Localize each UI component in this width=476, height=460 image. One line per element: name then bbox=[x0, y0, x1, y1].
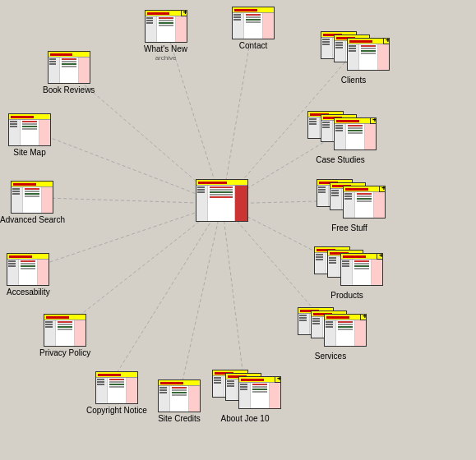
node-label-privacy-policy: Privacy Policy bbox=[39, 348, 90, 358]
site-map-canvas: +What's Newarchive Contact bbox=[0, 0, 476, 460]
node-label-site-map: Site Map bbox=[13, 148, 45, 158]
node-label-contact: Contact bbox=[239, 41, 267, 51]
node-advanced-search[interactable]: Advanced Search bbox=[0, 181, 65, 225]
node-free-stuff[interactable]: +Free Stuff bbox=[317, 179, 382, 233]
node-label-case-studies: Case Studies bbox=[316, 155, 364, 165]
svg-line-13 bbox=[222, 204, 245, 391]
node-label-advanced-search: Advanced Search bbox=[0, 215, 65, 225]
node-book-reviews[interactable]: Book Reviews bbox=[43, 51, 95, 95]
node-privacy-policy[interactable]: Privacy Policy bbox=[39, 314, 90, 358]
node-whats-new[interactable]: +What's Newarchive bbox=[144, 10, 187, 62]
node-label-whats-new: What's New bbox=[144, 44, 187, 54]
node-site-credits[interactable]: Site Credits bbox=[158, 380, 201, 424]
node-case-studies[interactable]: +Case Studies bbox=[307, 111, 373, 165]
node-label-products: Products bbox=[330, 291, 363, 301]
node-label-services: Services bbox=[315, 352, 346, 361]
node-products[interactable]: +Products bbox=[314, 246, 380, 301]
center-node[interactable] bbox=[196, 179, 248, 223]
node-accesability[interactable]: Accesability bbox=[7, 253, 50, 297]
node-label-site-credits: Site Credits bbox=[158, 414, 201, 424]
node-label-accesability: Accesability bbox=[7, 288, 50, 297]
node-label-free-stuff: Free Stuff bbox=[331, 223, 367, 233]
node-contact[interactable]: Contact bbox=[232, 7, 275, 51]
node-copyright-notice[interactable]: Copyright Notice bbox=[86, 371, 147, 416]
node-about-joe10[interactable]: +About Joe 10 bbox=[212, 370, 278, 424]
node-services[interactable]: +Services bbox=[298, 307, 363, 361]
svg-line-12 bbox=[108, 204, 222, 388]
node-label-book-reviews: Book Reviews bbox=[43, 85, 95, 95]
svg-line-14 bbox=[179, 204, 222, 396]
node-site-map[interactable]: Site Map bbox=[8, 113, 51, 158]
node-clients[interactable]: +Clients bbox=[321, 31, 386, 85]
node-label-clients: Clients bbox=[341, 76, 367, 85]
node-label-copyright-notice: Copyright Notice bbox=[86, 406, 147, 416]
node-label-about-joe10: About Joe 10 bbox=[221, 414, 270, 424]
center-thumb bbox=[196, 179, 248, 222]
